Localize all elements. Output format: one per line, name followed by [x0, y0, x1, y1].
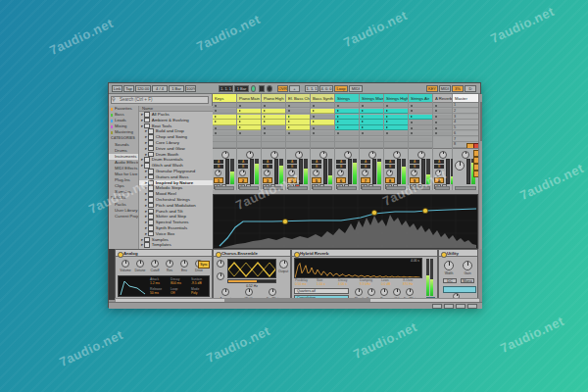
clip-slot[interactable] — [237, 103, 261, 108]
clip[interactable] — [384, 115, 408, 120]
send-a-value[interactable]: A — [312, 160, 321, 164]
clip-stop-icon[interactable] — [435, 110, 437, 112]
clip-slot[interactable] — [335, 131, 359, 136]
send-b-value[interactable]: B — [361, 165, 370, 169]
device-parameter[interactable]: Decay804 ms — [171, 278, 190, 286]
expand-caret-icon[interactable]: ▸ — [141, 163, 143, 168]
knob-rate[interactable] — [217, 272, 224, 280]
pan-knob[interactable] — [368, 151, 376, 159]
param-value[interactable]: 804 ms — [171, 282, 190, 286]
clip-stop-icon[interactable] — [435, 132, 437, 134]
scene-slot[interactable]: 5 — [453, 125, 478, 130]
clip-slot[interactable] — [409, 120, 432, 124]
crossfade-assign-box[interactable] — [386, 186, 406, 191]
clip[interactable] — [262, 120, 285, 124]
clip[interactable] — [360, 115, 383, 120]
clip-slot[interactable] — [360, 131, 383, 136]
clip-slot[interactable] — [384, 142, 408, 147]
device-parameter[interactable]: Sustain-9.5 dB — [191, 278, 210, 286]
clip-slot[interactable] — [262, 137, 285, 142]
clip-slot[interactable] — [311, 103, 334, 108]
clip[interactable] — [409, 115, 432, 120]
master-track-header[interactable]: Master — [453, 94, 478, 103]
clip-stop-icon[interactable] — [313, 127, 315, 129]
clip-launch-icon[interactable] — [362, 121, 364, 122]
clip[interactable] — [335, 109, 359, 114]
expand-caret-icon[interactable]: ▸ — [145, 174, 147, 179]
pan-knob[interactable] — [393, 151, 401, 159]
crossfade-assign-box[interactable] — [337, 186, 357, 191]
clip-slot[interactable] — [335, 137, 359, 142]
send-a-value[interactable]: A — [287, 160, 297, 164]
clip-slot[interactable] — [384, 131, 408, 136]
expand-caret-icon[interactable]: ▸ — [141, 118, 143, 122]
clip-slot[interactable] — [409, 109, 432, 114]
clip-slot[interactable] — [409, 131, 432, 136]
expand-caret-icon[interactable]: ▸ — [145, 203, 147, 208]
transport-left-box[interactable]: 1 Bar — [169, 85, 184, 92]
clip-play-icon[interactable] — [288, 116, 290, 118]
expand-caret-icon[interactable]: ▸ — [145, 128, 147, 133]
clip-stop-icon[interactable] — [313, 132, 315, 134]
pan-knob[interactable] — [221, 151, 229, 159]
clip-slot[interactable] — [433, 115, 452, 120]
clip-stop-icon[interactable] — [435, 122, 437, 123]
send-b-value[interactable]: B — [263, 165, 272, 169]
scene-slot[interactable]: 7 — [453, 137, 478, 142]
clip-slot[interactable] — [213, 142, 236, 147]
clip-launch-icon[interactable] — [386, 121, 388, 122]
send-a-value[interactable]: A — [410, 160, 419, 164]
crossfade-assign-box[interactable] — [313, 186, 332, 191]
crossfade-assign-box[interactable] — [239, 186, 259, 191]
volume-fader[interactable] — [348, 159, 352, 184]
send-a-value[interactable]: A — [214, 160, 223, 164]
param-value[interactable]: 4.06 s — [338, 283, 359, 287]
expand-caret-icon[interactable]: ▸ — [145, 134, 147, 139]
clip-slot[interactable] — [335, 142, 359, 147]
track-activator-button[interactable]: 2 — [238, 177, 248, 183]
track-header[interactable]: Piano Main — [237, 94, 261, 103]
clip-launch-icon[interactable] — [337, 116, 339, 118]
send-b-value[interactable]: B — [434, 165, 444, 169]
clip-play-icon[interactable] — [362, 116, 364, 118]
clip-slot[interactable] — [433, 125, 452, 130]
clip-launch-icon[interactable] — [264, 116, 266, 118]
volume-fader[interactable] — [274, 159, 278, 184]
expand-caret-icon[interactable]: ▸ — [141, 123, 143, 128]
pan-knob[interactable] — [270, 151, 278, 159]
pan-knob[interactable] — [344, 151, 352, 159]
device-parameter[interactable]: Lows0.0 dB — [381, 279, 402, 287]
loop-control-box[interactable]: 1. 1. 1 — [305, 85, 318, 92]
expand-caret-icon[interactable]: ▸ — [141, 157, 143, 162]
scene-slot[interactable]: 4 — [453, 120, 478, 124]
expand-caret-icon[interactable]: ▸ — [141, 237, 143, 242]
knob-drywet[interactable] — [406, 288, 414, 296]
knob-detune[interactable] — [136, 260, 144, 268]
sidebar-place-item[interactable]: Current Project — [109, 214, 138, 220]
pan-knob[interactable] — [319, 151, 327, 159]
clip-slot[interactable] — [433, 131, 452, 136]
clip-slot[interactable] — [286, 103, 310, 108]
expand-caret-icon[interactable]: ▸ — [145, 191, 147, 196]
clip-launch-icon[interactable] — [337, 126, 339, 128]
clip[interactable] — [335, 120, 359, 124]
transport-left-box[interactable]: Link — [112, 85, 122, 92]
clip-slot[interactable] — [409, 142, 432, 147]
clip-slot[interactable] — [262, 125, 285, 130]
crossfade-assign-box[interactable] — [435, 186, 450, 191]
volume-fader[interactable] — [323, 159, 327, 184]
send-a-value[interactable]: A — [434, 160, 444, 164]
clip-stop-icon[interactable] — [435, 105, 437, 107]
clip[interactable] — [384, 109, 408, 114]
pan-knob[interactable] — [246, 151, 254, 159]
expand-caret-icon[interactable]: ▸ — [145, 214, 147, 219]
loop-control-box[interactable]: Loop — [334, 85, 348, 92]
knob-amount[interactable] — [221, 288, 229, 296]
clip-stop-icon[interactable] — [215, 105, 217, 107]
clip-stop-icon[interactable] — [411, 110, 413, 112]
device-parameter[interactable]: Damping9.3 kHz — [360, 279, 380, 287]
clip[interactable] — [237, 109, 261, 114]
clip-stop-icon[interactable] — [264, 127, 266, 129]
transport-left-box[interactable]: 4 / 4 — [152, 85, 168, 92]
clip[interactable] — [384, 120, 408, 124]
